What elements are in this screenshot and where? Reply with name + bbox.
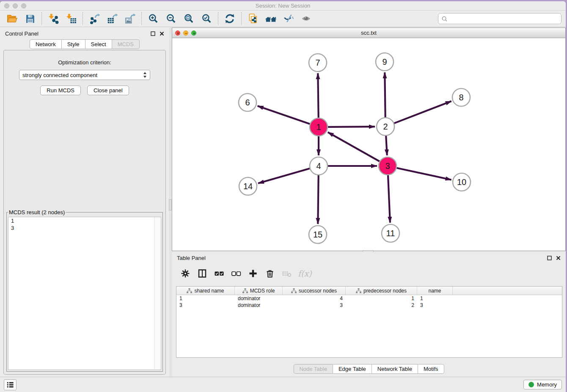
close-table-panel-icon[interactable] <box>556 256 561 260</box>
graph-node-8[interactable]: 8 <box>452 88 470 106</box>
show-selection-button[interactable] <box>297 12 315 25</box>
close-window-button[interactable] <box>4 3 9 8</box>
graph-node-1[interactable]: 1 <box>310 118 328 136</box>
float-table-panel-icon[interactable] <box>547 256 552 260</box>
window-controls <box>4 3 26 8</box>
graph-edge-2-9[interactable] <box>385 72 385 117</box>
network-canvas[interactable]: 7968124314101511 <box>172 39 565 251</box>
vertical-splitter-grip[interactable] <box>169 199 172 210</box>
add-column-button[interactable] <box>245 267 261 280</box>
svg-text:11: 11 <box>386 229 395 238</box>
dropdown-stepper-icon <box>143 72 147 78</box>
zoom-in-button[interactable] <box>144 12 162 25</box>
tab-edge-table[interactable]: Edge Table <box>333 364 372 374</box>
column-header-shared-name[interactable]: shared name <box>176 287 235 295</box>
column-header-predecessor-nodes[interactable]: predecessor nodes <box>346 287 417 295</box>
graph-edge-3-1[interactable] <box>328 132 380 161</box>
split-view-button[interactable] <box>195 267 210 280</box>
result-scrollbar[interactable] <box>154 217 161 370</box>
graph-node-9[interactable]: 9 <box>376 53 394 71</box>
tab-network-table[interactable]: Network Table <box>372 364 418 374</box>
export-table-button[interactable] <box>103 12 121 25</box>
tab-select[interactable]: Select <box>85 39 112 49</box>
search-box[interactable] <box>438 13 561 24</box>
network-window-title: scc.txt <box>172 30 565 36</box>
minimize-window-button[interactable] <box>13 3 18 8</box>
graph-node-7[interactable]: 7 <box>309 54 327 72</box>
column-header-successor-nodes[interactable]: successor nodes <box>283 287 346 295</box>
maximize-window-button[interactable] <box>21 3 26 8</box>
zoom-fit-button[interactable] <box>180 12 198 25</box>
table-row[interactable]: 3dominator323 <box>176 302 562 309</box>
graph-node-15[interactable]: 15 <box>309 226 327 243</box>
zoom-in-icon <box>148 13 159 24</box>
criterion-value: strongly connected component <box>22 72 97 78</box>
content-area: Control Panel Network Style Select MCDS … <box>0 28 566 377</box>
tab-network[interactable]: Network <box>30 39 62 49</box>
graph-node-4[interactable]: 4 <box>310 157 328 175</box>
mcds-result-list[interactable]: 13 <box>8 217 161 370</box>
network-close-button[interactable] <box>175 30 180 36</box>
save-session-button[interactable] <box>21 12 39 25</box>
network-minimize-button[interactable] <box>183 30 188 36</box>
import-network-button[interactable] <box>44 12 62 25</box>
eye-slash-icon <box>283 13 295 24</box>
graph-edge-1-6[interactable] <box>258 106 310 124</box>
graph-node-10[interactable]: 10 <box>453 173 471 191</box>
graph-node-14[interactable]: 14 <box>239 177 257 195</box>
copy-network-button[interactable] <box>244 12 262 25</box>
deselect-all-button[interactable] <box>228 267 244 280</box>
graph-node-3[interactable]: 3 <box>379 157 396 175</box>
table-row[interactable]: 1dominator411 <box>176 295 562 302</box>
network-window-titlebar[interactable]: scc.txt <box>172 28 565 38</box>
svg-text:14: 14 <box>243 182 253 191</box>
close-panel-button[interactable]: Close panel <box>87 86 129 95</box>
run-mcds-button[interactable]: Run MCDS <box>40 86 81 95</box>
zoom-selected-button[interactable] <box>198 12 215 25</box>
graph-edge-4-15[interactable] <box>318 175 318 224</box>
function-builder-button[interactable]: f(x) <box>298 269 312 278</box>
graph-edge-2-8[interactable] <box>394 101 451 123</box>
graph-edge-2-3[interactable] <box>386 136 387 155</box>
show-all-networks-button[interactable] <box>262 12 280 25</box>
delete-column-button[interactable] <box>262 267 278 280</box>
zoom-out-button[interactable] <box>162 12 180 25</box>
export-image-button[interactable] <box>121 12 139 25</box>
float-panel-icon[interactable] <box>151 31 155 36</box>
trash-icon <box>265 268 275 279</box>
mcds-result-item[interactable]: 3 <box>8 224 161 232</box>
column-header-name[interactable]: name <box>417 287 453 295</box>
search-input[interactable] <box>448 16 559 22</box>
graph-edge-1-2[interactable] <box>328 127 375 127</box>
select-all-button[interactable] <box>212 267 227 280</box>
graph-node-2[interactable]: 2 <box>377 118 394 135</box>
open-file-button[interactable] <box>3 12 21 25</box>
close-panel-icon[interactable] <box>160 31 164 36</box>
graph-edge-1-7[interactable] <box>318 73 318 118</box>
hide-selection-button[interactable] <box>280 12 297 25</box>
refresh-view-button[interactable] <box>221 12 239 25</box>
table-settings-button[interactable] <box>178 267 193 280</box>
graph-edge-3-11[interactable] <box>388 175 390 223</box>
tab-node-table[interactable]: Node Table <box>293 364 333 374</box>
tree-icon <box>242 288 248 293</box>
tab-motifs[interactable]: Motifs <box>418 364 444 374</box>
optimization-criterion-label: Optimization criterion: <box>4 59 165 66</box>
column-header-mcds-role[interactable]: MCDS role <box>235 287 283 295</box>
graph-node-6[interactable]: 6 <box>239 94 256 111</box>
import-table-button[interactable] <box>62 12 80 25</box>
memory-button[interactable]: Memory <box>523 380 562 389</box>
mcds-result-item[interactable]: 1 <box>8 217 161 224</box>
import-table-icon <box>66 13 77 24</box>
tab-mcds[interactable]: MCDS <box>112 39 140 49</box>
delete-table-button[interactable] <box>279 267 295 280</box>
export-network-button[interactable] <box>85 12 103 25</box>
criterion-dropdown[interactable]: strongly connected component <box>19 70 150 80</box>
graph-edge-3-10[interactable] <box>397 168 451 180</box>
network-zoom-button[interactable] <box>191 30 196 36</box>
graph-edge-4-14[interactable] <box>258 168 310 183</box>
graph-node-11[interactable]: 11 <box>382 224 399 242</box>
network-graph[interactable]: 7968124314101511 <box>172 39 565 251</box>
log-console-button[interactable] <box>4 379 17 390</box>
tab-style[interactable]: Style <box>62 39 85 49</box>
